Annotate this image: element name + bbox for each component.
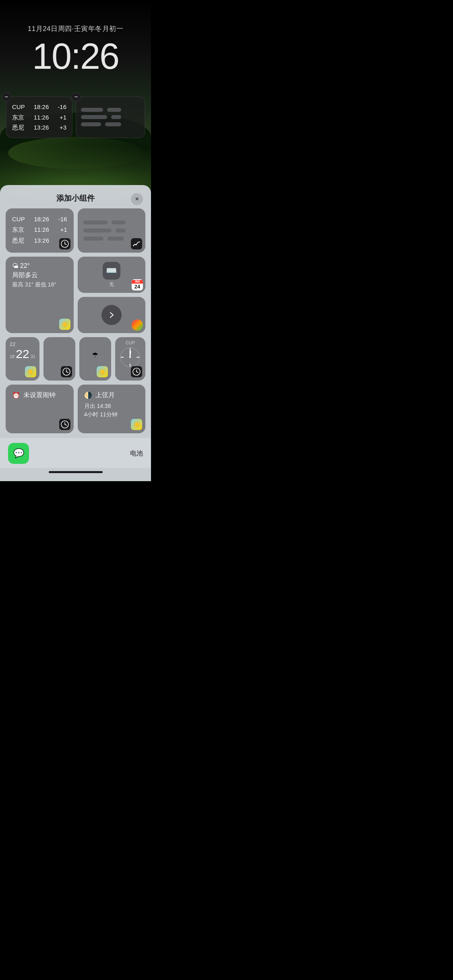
empty-block xyxy=(81,115,107,119)
cal-date-num: 24 xyxy=(134,284,140,290)
weather-small-badge: ☀️ xyxy=(25,366,36,377)
arrow-circle xyxy=(101,305,122,325)
weather-range: 最高 31° 最低 18° xyxy=(12,281,67,288)
messages-app-icon[interactable]: 💬 xyxy=(8,443,29,464)
wc-city-sydney: 悉尼 xyxy=(12,235,27,246)
clock-row-sydney: 悉尼 13:26 +3 xyxy=(12,122,66,133)
moon-phase-label: 上弦月 xyxy=(95,391,115,399)
weather-desc: 局部多云 xyxy=(12,271,67,280)
clock-row-cup: CUP 18:26 -16 xyxy=(12,102,66,112)
home-indicator xyxy=(49,471,103,473)
small-widgets-row: 22 18 22 31 ☀️ xyxy=(6,337,145,381)
city-sydney: 悉尼 xyxy=(12,122,28,133)
alarm-icon: ⏰ xyxy=(12,391,20,399)
ws-low: 18 xyxy=(10,354,14,359)
analog-clock-face xyxy=(120,347,141,368)
sheet-title: 添加小组件 xyxy=(56,193,95,204)
clock-app-badge-analog xyxy=(131,366,142,377)
weather-low: 最低 18° xyxy=(35,281,56,288)
offset-tokyo: +1 xyxy=(54,112,66,123)
weather-small-widget[interactable]: 22 18 22 31 ☀️ xyxy=(6,337,39,381)
wc-tokyo-row: 东京 11:26 +1 xyxy=(12,224,67,235)
bottom-app-bar: 💬 电池 xyxy=(0,438,151,468)
cup-analog-widget[interactable]: CUP xyxy=(115,337,145,381)
ws-main-temp: 22 xyxy=(16,347,29,361)
er-block xyxy=(108,237,124,241)
wc-time-sydney: 13:26 xyxy=(32,235,51,246)
clock-app-badge-cup xyxy=(61,366,72,377)
alarm-label: 未设置闹钟 xyxy=(23,391,56,399)
right-col-row2: ⌨️ 无 周四 24 xyxy=(78,257,146,333)
er-block xyxy=(116,229,126,233)
lock-widgets-row: CUP 18:26 -16 东京 11:26 +1 悉尼 13:26 +3 xyxy=(6,97,145,138)
empty-row-2 xyxy=(81,115,140,119)
moon-widget-card[interactable]: 🌗 上弦月 月出 14:38 4小时 11分钟 ☀️ xyxy=(78,385,146,433)
stocks-badge xyxy=(131,238,142,249)
time-text: 10:26 xyxy=(0,38,151,74)
empty-block xyxy=(81,108,103,112)
svg-point-13 xyxy=(129,356,131,358)
weather-widget-large[interactable]: 🌤 22° 局部多云 最高 31° 最低 18° ☀️ xyxy=(6,257,74,333)
wc-cup-row: CUP 18:26 -16 xyxy=(12,214,67,224)
battery-weather-badge: ☀️ xyxy=(97,366,108,377)
cal-top-label: 周四 xyxy=(132,280,143,284)
time-sydney: 13:26 xyxy=(31,122,52,133)
empty-block xyxy=(107,108,121,112)
moon-title: 🌗 上弦月 xyxy=(84,391,139,399)
add-widget-sheet: 添加小组件 CUP 18:26 -16 东京 11:26 +1 悉尼 13 xyxy=(0,185,151,481)
empty-row-3 xyxy=(81,122,140,126)
alarm-title: ⏰ 未设置闹钟 xyxy=(12,391,67,399)
moon-icon: 🌗 xyxy=(84,391,92,399)
city-cup: CUP xyxy=(12,102,28,112)
spacer xyxy=(0,433,151,438)
widgets-grid: CUP 18:26 -16 东京 11:26 +1 悉尼 13:26 +3 xyxy=(0,208,151,433)
weather-temp: 22° xyxy=(20,262,30,270)
alarm-widget-card[interactable]: ⏰ 未设置闹钟 xyxy=(6,385,74,433)
fitness-badge xyxy=(132,319,143,331)
ws-temp-display: 18 22 31 xyxy=(10,347,35,361)
world-clock-widget-large[interactable]: CUP 18:26 -16 东京 11:26 +1 悉尼 13:26 +3 xyxy=(6,208,74,253)
cup-clock-small[interactable] xyxy=(43,337,75,381)
er-block xyxy=(83,220,108,224)
er-block xyxy=(83,229,112,233)
weather-app-badge: ☀️ xyxy=(59,319,70,330)
weather-top: 🌤 22° xyxy=(12,262,67,270)
moon-time-until: 4小时 11分钟 xyxy=(84,410,139,419)
lock-widget-minus-1[interactable] xyxy=(2,92,11,102)
cup-analog-label: CUP xyxy=(126,340,135,345)
er-block xyxy=(112,220,126,224)
date-area: 11月24日周四·壬寅年冬月初一 xyxy=(0,24,151,33)
ws-temp-label: 22 xyxy=(10,341,35,347)
wc-time-tokyo: 11:26 xyxy=(32,224,51,235)
offset-cup: -16 xyxy=(54,102,66,112)
ws-high: 31 xyxy=(31,354,35,359)
lock-widget-minus-2[interactable] xyxy=(71,92,81,102)
calendar-badge-wrap: 周四 24 xyxy=(132,279,143,290)
battery-umbrella-widget[interactable]: ☂ ☀️ xyxy=(79,337,111,381)
lock-empty-widget[interactable] xyxy=(76,97,145,138)
svg-line-2 xyxy=(65,244,66,245)
offset-sydney: +3 xyxy=(54,122,66,133)
time-area: 10:26 xyxy=(0,38,151,74)
phone-screen: 11月24日周四·壬寅年冬月初一 10:26 CUP 18:26 -16 东京 … xyxy=(0,0,151,481)
bottom-label: 电池 xyxy=(130,449,143,458)
svg-line-16 xyxy=(137,372,138,373)
arrow-widget-card[interactable] xyxy=(78,297,146,333)
wc-offset-cup: -16 xyxy=(56,214,67,224)
close-button[interactable] xyxy=(131,193,143,205)
calendar-badge: 周四 24 xyxy=(132,279,143,290)
no-widget-label: 无 xyxy=(109,281,114,288)
city-tokyo: 东京 xyxy=(12,112,28,123)
time-cup: 18:26 xyxy=(31,102,52,112)
empty-widget-right[interactable] xyxy=(78,208,146,253)
lockscreen-bg: 11月24日周四·壬寅年冬月初一 10:26 CUP 18:26 -16 东京 … xyxy=(0,0,151,193)
weather-high: 最高 31° xyxy=(12,281,35,288)
empty-block xyxy=(81,122,101,126)
wc-city-cup: CUP xyxy=(12,214,27,224)
fitness-badge-wrap xyxy=(132,319,143,331)
messages-icon: 💬 xyxy=(13,448,24,459)
er-block xyxy=(83,237,103,241)
lock-world-clock-widget[interactable]: CUP 18:26 -16 东京 11:26 +1 悉尼 13:26 +3 xyxy=(6,97,72,138)
no-widget-card[interactable]: ⌨️ 无 周四 24 xyxy=(78,257,146,293)
empty-row-1 xyxy=(81,108,140,112)
